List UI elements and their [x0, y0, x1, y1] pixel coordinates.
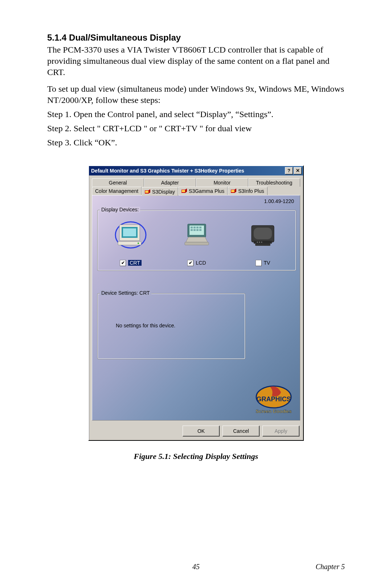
svg-point-27 [257, 242, 258, 243]
step-2: Step 2. Select " CRT+LCD " or " CRT+TV "… [47, 123, 345, 134]
svg-rect-19 [193, 229, 196, 231]
crt-monitor-icon [114, 210, 147, 260]
display-devices-label: Display Devices: [100, 207, 140, 212]
s3-graphics-logo: GRAPHICS Screen Goodies [252, 383, 295, 416]
tv-icon [246, 210, 279, 260]
laptop-icon [180, 210, 213, 260]
svg-rect-3 [182, 190, 185, 192]
cancel-button[interactable]: Cancel [222, 426, 260, 436]
svg-rect-9 [123, 228, 136, 236]
svg-rect-21 [199, 229, 201, 231]
tv-checkbox[interactable] [256, 260, 262, 266]
crt-label: CRT [128, 260, 142, 266]
lcd-checkbox[interactable]: ✔ [187, 260, 193, 266]
dialog-buttons: OK Cancel Apply [89, 423, 303, 440]
tab-adapter[interactable]: Adapter [144, 178, 196, 187]
svg-rect-14 [191, 227, 193, 228]
svg-rect-15 [193, 227, 196, 228]
svg-rect-17 [199, 227, 201, 228]
titlebar[interactable]: Default Monitor and S3 Graphics Twister … [89, 166, 303, 175]
tabs-area: General Adapter Monitor Troubleshooting … [89, 175, 303, 423]
tab-s3info-plus[interactable]: S3Info Plus [228, 187, 268, 195]
svg-point-28 [259, 242, 260, 243]
svg-rect-20 [196, 229, 199, 231]
svg-point-11 [138, 243, 139, 244]
page-number: 45 [192, 563, 200, 571]
crt-checkbox[interactable]: ✔ [120, 260, 126, 266]
svg-rect-30 [255, 244, 270, 246]
version-label: 1.00.49-1220 [264, 198, 294, 204]
display-properties-dialog: Default Monitor and S3 Graphics Twister … [88, 165, 304, 441]
apply-button[interactable]: Apply [262, 426, 299, 436]
svg-text:GRAPHICS: GRAPHICS [256, 396, 291, 403]
tab-s3display[interactable]: S3Display [142, 187, 178, 196]
tab-monitor[interactable]: Monitor [196, 178, 248, 187]
svg-point-29 [261, 242, 262, 243]
device-settings-group: Device Settings: CRT No settings for thi… [97, 293, 245, 359]
display-devices-group: Display Devices: [97, 210, 296, 271]
no-settings-text: No settings for this device. [116, 323, 175, 328]
svg-rect-25 [254, 228, 272, 239]
device-settings-label: Device Settings: CRT [100, 290, 151, 296]
svg-rect-16 [196, 227, 199, 228]
tab-troubleshooting[interactable]: Troubleshooting [248, 178, 301, 187]
paragraph-setup: To set up dual view (simultaneus mode) u… [47, 83, 345, 106]
svg-rect-23 [185, 242, 209, 245]
tab-color-management[interactable]: Color Management [92, 187, 142, 195]
section-heading: 5.1.4 Dual/Simultaneous Display [47, 33, 345, 43]
svg-rect-26 [254, 241, 272, 244]
help-button[interactable]: ? [285, 167, 293, 174]
svg-rect-18 [191, 229, 193, 231]
device-crt[interactable]: ✔ CRT [98, 210, 164, 270]
tab-row-1: General Adapter Monitor Troubleshooting [92, 178, 300, 187]
chapter-label: Chapter 5 [315, 563, 345, 571]
tab-general[interactable]: General [92, 178, 144, 187]
device-tv[interactable]: TV [230, 210, 296, 270]
dialog-title: Default Monitor and S3 Graphics Twister … [91, 168, 284, 174]
s3-icon [181, 189, 187, 194]
tv-label: TV [264, 260, 270, 266]
svg-rect-1 [145, 191, 148, 193]
s3-icon [231, 189, 237, 194]
tab-s3gamma-plus[interactable]: S3Gamma Plus [178, 187, 228, 195]
tab-body: 1.00.49-1220 Display Devices: [92, 195, 300, 421]
lcd-label: LCD [196, 260, 206, 266]
svg-marker-22 [186, 237, 208, 242]
tab-row-2: Color Management S3Display S3Gamma Plus [92, 187, 300, 195]
paragraph-intro: The PCM-3370 uses a VIA Twister VT8606T … [47, 44, 345, 78]
step-3: Step 3. Click “OK”. [47, 137, 345, 148]
svg-rect-5 [231, 190, 234, 192]
figure-caption: Figure 5.1: Selecting Display Settings [47, 452, 345, 461]
s3-icon [145, 189, 151, 194]
device-lcd[interactable]: ✔ LCD [164, 210, 230, 270]
close-button[interactable]: ✕ [294, 167, 302, 174]
ok-button[interactable]: OK [183, 426, 220, 436]
step-1: Step 1. Open the Control panel, and sele… [47, 109, 345, 120]
svg-text:Screen Goodies: Screen Goodies [256, 409, 292, 414]
